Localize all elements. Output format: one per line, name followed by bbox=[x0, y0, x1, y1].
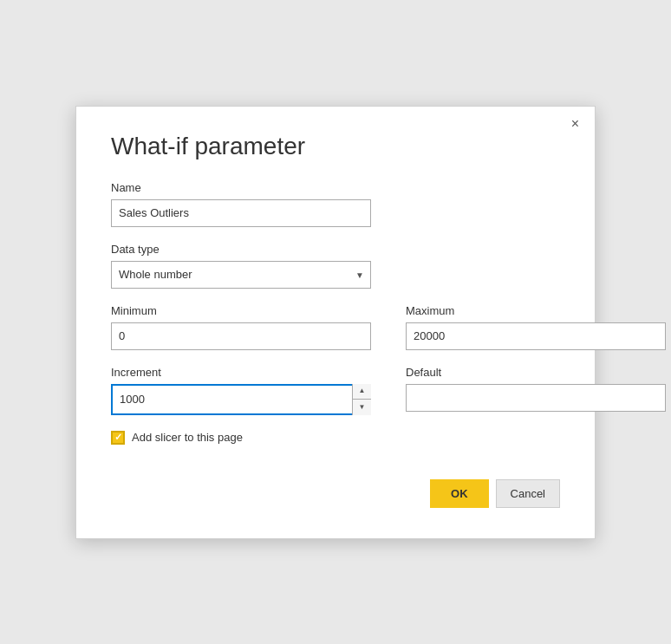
data-type-select[interactable]: Whole number Decimal number Fixed decima… bbox=[111, 261, 371, 289]
add-slicer-row: ✓ Add slicer to this page bbox=[111, 431, 371, 445]
close-button[interactable]: × bbox=[568, 115, 583, 133]
add-slicer-label: Add slicer to this page bbox=[132, 431, 243, 444]
name-field-group: Name bbox=[111, 181, 560, 227]
minimum-field-group: Minimum bbox=[111, 304, 371, 350]
maximum-col: Maximum bbox=[406, 304, 666, 366]
data-type-field-group: Data type Whole number Decimal number Fi… bbox=[111, 243, 560, 289]
min-max-row: Minimum Maximum bbox=[111, 304, 560, 366]
default-label: Default bbox=[406, 366, 666, 379]
maximum-field-group: Maximum bbox=[406, 304, 666, 350]
default-input[interactable] bbox=[406, 384, 666, 412]
maximum-label: Maximum bbox=[406, 304, 666, 317]
dialog-footer: OK Cancel bbox=[111, 479, 560, 508]
increment-field-group: Increment ▲ ▼ bbox=[111, 366, 371, 415]
dialog-overlay: × What-if parameter Name Data type Whole… bbox=[0, 0, 671, 644]
data-type-label: Data type bbox=[111, 243, 560, 256]
name-input[interactable] bbox=[111, 199, 371, 227]
spinner-up-button[interactable]: ▲ bbox=[353, 384, 371, 400]
default-col: Default bbox=[406, 366, 666, 445]
dialog-title: What-if parameter bbox=[111, 133, 560, 160]
minimum-col: Minimum bbox=[111, 304, 371, 366]
increment-input[interactable] bbox=[111, 384, 371, 415]
increment-spinner-wrapper: ▲ ▼ bbox=[111, 384, 371, 415]
name-label: Name bbox=[111, 181, 560, 194]
cancel-button[interactable]: Cancel bbox=[496, 479, 560, 508]
default-field-group: Default bbox=[406, 366, 666, 412]
what-if-dialog: × What-if parameter Name Data type Whole… bbox=[75, 106, 596, 539]
ok-button[interactable]: OK bbox=[430, 479, 489, 508]
spinner-down-button[interactable]: ▼ bbox=[353, 400, 371, 415]
spinner-buttons: ▲ ▼ bbox=[352, 384, 371, 415]
increment-label: Increment bbox=[111, 366, 371, 379]
maximum-input[interactable] bbox=[406, 322, 666, 350]
increment-default-row: Increment ▲ ▼ ✓ Add slicer to this page bbox=[111, 366, 560, 445]
minimum-label: Minimum bbox=[111, 304, 371, 317]
minimum-input[interactable] bbox=[111, 322, 371, 350]
increment-col: Increment ▲ ▼ ✓ Add slicer to this page bbox=[111, 366, 371, 445]
checkmark-icon: ✓ bbox=[114, 432, 122, 443]
data-type-select-wrapper: Whole number Decimal number Fixed decima… bbox=[111, 261, 371, 289]
add-slicer-checkbox[interactable]: ✓ bbox=[111, 431, 125, 445]
